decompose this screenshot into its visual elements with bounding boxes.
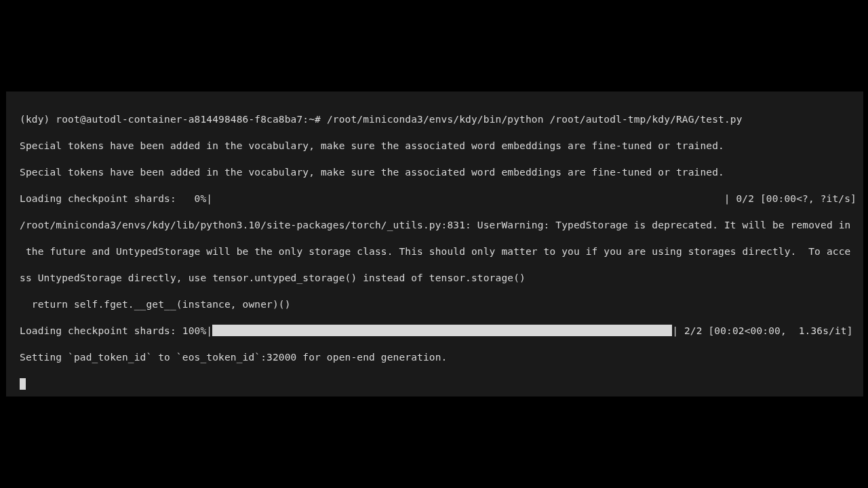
output-line: Special tokens have been added in the vo… — [20, 140, 856, 153]
cursor-block-icon — [20, 378, 26, 390]
output-line: Special tokens have been added in the vo… — [20, 166, 856, 180]
output-line: Setting `pad_token_id` to `eos_token_id`… — [20, 351, 856, 365]
progress-stats: | 2/2 [00:02<00:00, 1.36s/it] — [672, 325, 852, 338]
terminal-output[interactable]: (kdy) root@autodl-container-a814498486-f… — [6, 92, 863, 396]
progress-line-0: Loading checkpoint shards: 0%|| 0/2 [00:… — [20, 192, 856, 206]
progress-stats: | 0/2 [00:00<?, ?it/s] — [724, 192, 856, 206]
output-line: return self.fget.__get__(instance, owner… — [20, 298, 856, 312]
prompt-line: (kdy) root@autodl-container-a814498486-f… — [20, 113, 856, 127]
output-line: the future and UntypedStorage will be th… — [20, 245, 856, 259]
progress-line-100: Loading checkpoint shards: 100%|| 2/2 [0… — [20, 325, 856, 338]
shell-prompt: (kdy) root@autodl-container-a814498486-f… — [20, 113, 327, 127]
progress-label: Loading checkpoint shards: 100%| — [20, 325, 212, 338]
output-line: /root/miniconda3/envs/kdy/lib/python3.10… — [20, 219, 856, 232]
progress-label: Loading checkpoint shards: 0%| — [20, 192, 212, 206]
command-text: /root/miniconda3/envs/kdy/bin/python /ro… — [327, 113, 743, 127]
progress-bar-fill — [212, 325, 672, 336]
cursor-line — [20, 378, 856, 391]
output-line: ss UntypedStorage directly, use tensor.u… — [20, 272, 856, 285]
